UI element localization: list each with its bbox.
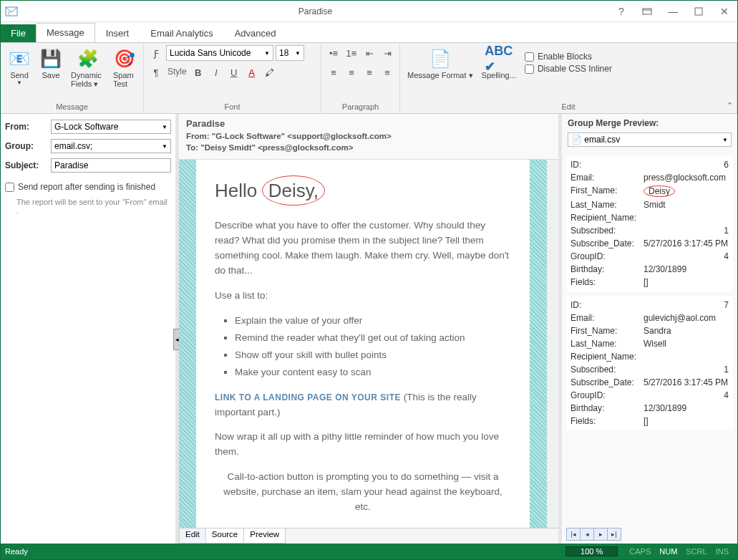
email-left-stripe <box>179 160 196 528</box>
message-format-button[interactable]: 📄Message Format ▾ <box>404 45 476 82</box>
help-button[interactable]: ? <box>608 1 634 21</box>
group-combo[interactable]: email.csv;▼ <box>51 139 171 153</box>
record-key: First_Name: <box>571 326 644 336</box>
record-value: Deisy <box>644 185 729 197</box>
close-button[interactable]: ✕ <box>712 1 737 21</box>
record-row: Subscribed:1 <box>571 224 729 237</box>
save-icon: 💾 <box>40 47 62 71</box>
collapse-ribbon-button[interactable]: ⌃ <box>727 101 733 110</box>
status-ready: Ready <box>5 547 28 556</box>
bold-button[interactable]: B <box>190 64 206 80</box>
cta-paragraph: Call-to-action button is prompting you t… <box>215 470 511 515</box>
align-justify-button[interactable]: ≡ <box>379 64 395 80</box>
paragraph-1: Describe what you have to offer the cust… <box>215 218 511 279</box>
italic-button[interactable]: I <box>208 64 224 80</box>
email-body[interactable]: Hello Deisy, Describe what you have to o… <box>196 160 530 528</box>
record-row: First_Name:Deisy <box>571 184 729 198</box>
font-name-combo[interactable]: Lucida Sans Unicode▼ <box>166 45 273 61</box>
send-report-checkbox[interactable]: Send report after sending is finished <box>5 182 171 192</box>
align-center-button[interactable]: ≡ <box>344 64 359 80</box>
record-key: Last_Name: <box>571 339 644 349</box>
record-row: Email:press@glocksoft.com <box>571 171 729 184</box>
message-header: Paradise From: "G-Lock Software" <suppor… <box>179 114 558 160</box>
record-row: ID:7 <box>571 299 729 312</box>
font-picker-icon[interactable]: Ƒ <box>148 45 164 61</box>
fields-icon: 🧩 <box>77 47 99 71</box>
send-button[interactable]: 📧Send▼ <box>5 45 34 87</box>
record-key: Last_Name: <box>571 200 644 210</box>
record-key: Fields: <box>571 277 644 287</box>
record-card[interactable]: ID:7Email:gulevichj@aol.comFirst_Name:Sa… <box>566 296 733 430</box>
align-right-button[interactable]: ≡ <box>361 64 377 80</box>
tab-message[interactable]: Message <box>36 23 95 42</box>
record-row: Birthday:12/30/1899 <box>571 263 729 276</box>
record-key: GroupID: <box>571 390 644 400</box>
subject-input[interactable] <box>51 158 171 173</box>
record-value: 7 <box>644 300 729 310</box>
spelling-button[interactable]: ABC✔Spelling... <box>479 45 519 81</box>
record-value: 12/30/1899 <box>644 403 729 413</box>
list-item: Show off your skill with bullet points <box>235 348 511 363</box>
save-button[interactable]: 💾Save <box>37 45 65 81</box>
editor-tab-edit[interactable]: Edit <box>179 528 206 544</box>
nav-prev-button[interactable]: ◂ <box>580 528 594 541</box>
record-list[interactable]: ID:6Email:press@glocksoft.comFirst_Name:… <box>562 151 737 525</box>
list-item: Remind the reader what they'll get out o… <box>235 331 511 346</box>
merge-source-combo[interactable]: 📄 email.csv▼ <box>568 132 732 147</box>
record-key: Email: <box>571 313 644 323</box>
indent-button[interactable]: ⇥ <box>379 45 395 61</box>
splitter-right[interactable] <box>558 114 562 544</box>
tab-advanced[interactable]: Advanced <box>224 24 287 42</box>
email-scrollbar[interactable] <box>547 160 558 528</box>
font-color-button[interactable]: A <box>244 64 260 80</box>
style-icon[interactable]: ¶ <box>148 64 164 80</box>
titlebar: 7 Paradise ? — ✕ <box>1 1 737 22</box>
enable-blocks-checkbox[interactable]: Enable Blocks <box>525 52 612 62</box>
greeting: Hello Deisy, <box>215 175 511 206</box>
record-row: Recipient_Name: <box>571 350 729 363</box>
outdent-button[interactable]: ⇤ <box>361 45 377 61</box>
dynamic-fields-button[interactable]: 🧩Dynamic Fields ▾ <box>68 45 107 90</box>
minimize-button[interactable]: — <box>660 1 686 21</box>
file-tab[interactable]: File <box>1 24 36 42</box>
underline-button[interactable]: U <box>226 64 242 80</box>
ribbon-tabs: File Message Insert Email Analytics Adva… <box>1 22 737 42</box>
nav-first-button[interactable]: |◂ <box>566 528 581 541</box>
tab-email-analytics[interactable]: Email Analytics <box>140 24 223 42</box>
tab-insert[interactable]: Insert <box>95 24 140 42</box>
record-row: Fields:[] <box>571 415 729 428</box>
align-left-button[interactable]: ≡ <box>326 64 341 80</box>
spam-test-button[interactable]: 🎯Spam Test <box>110 45 139 90</box>
svg-text:7: 7 <box>7 10 11 16</box>
ribbon: 📧Send▼ 💾Save 🧩Dynamic Fields ▾ 🎯Spam Tes… <box>1 42 737 114</box>
merge-preview-header: Group Merge Preview: <box>562 114 737 132</box>
editor-tab-source[interactable]: Source <box>205 528 244 544</box>
record-card[interactable]: ID:6Email:press@glocksoft.comFirst_Name:… <box>566 155 733 291</box>
status-caps: CAPS <box>629 547 651 556</box>
nav-last-button[interactable]: ▸| <box>607 528 621 541</box>
landing-link[interactable]: LINK TO A LANDING PAGE ON YOUR SITE <box>215 392 401 402</box>
highlight-button[interactable]: 🖍 <box>262 64 278 80</box>
zoom-indicator[interactable]: 100 % <box>565 546 618 556</box>
record-nav: |◂ ◂ ▸ ▸| <box>562 525 737 544</box>
bullets-button[interactable]: •≡ <box>326 45 341 61</box>
record-row: GroupID:4 <box>571 250 729 263</box>
paragraph-2: Now wrap it all up with a pithy little r… <box>215 430 511 460</box>
status-num: NUM <box>659 547 677 556</box>
record-key: GroupID: <box>571 251 644 261</box>
list-intro: Use a list to: <box>215 289 511 304</box>
record-value: 1 <box>644 365 729 375</box>
ribbon-group-edit: Edit <box>404 101 732 112</box>
maximize-button[interactable] <box>686 1 712 21</box>
from-combo[interactable]: G-Lock Software▼ <box>51 120 171 134</box>
style-label: Style <box>166 64 188 80</box>
ribbon-options-button[interactable] <box>634 1 660 21</box>
numbering-button[interactable]: 1≡ <box>344 45 359 61</box>
record-row: First_Name:Sandra <box>571 324 729 337</box>
font-size-combo[interactable]: 18▼ <box>276 45 304 61</box>
editor-tab-preview[interactable]: Preview <box>243 528 286 544</box>
nav-next-button[interactable]: ▸ <box>593 528 608 541</box>
disable-css-inliner-checkbox[interactable]: Disable CSS Inliner <box>525 64 612 74</box>
record-row: Subscribe_Date:5/27/2016 3:17:45 PM <box>571 237 729 250</box>
ribbon-group-paragraph: Paragraph <box>326 101 395 112</box>
